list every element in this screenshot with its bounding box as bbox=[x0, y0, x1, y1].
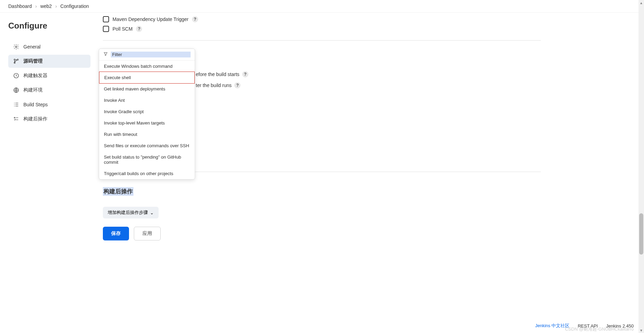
sidebar-item-label: 源码管理 bbox=[23, 58, 43, 64]
sidebar-item-label: 构建触发器 bbox=[23, 73, 47, 79]
gear-icon bbox=[13, 44, 19, 50]
dropdown-item[interactable]: Invoke top-level Maven targets bbox=[99, 117, 195, 129]
chevron-right-icon: › bbox=[55, 3, 57, 9]
section-post-build: 构建后操作 bbox=[103, 187, 133, 196]
trigger-maven-row: Maven Dependency Update Trigger ? bbox=[103, 16, 541, 22]
sidebar: Configure General 源码管理 构建触发器 构建环境 Build … bbox=[0, 13, 95, 254]
sidebar-item-label: 构建后操作 bbox=[23, 116, 47, 122]
divider bbox=[103, 40, 541, 41]
clock-icon bbox=[13, 73, 19, 79]
svg-point-1 bbox=[14, 59, 15, 61]
dropdown-item[interactable]: Invoke Gradle script bbox=[99, 106, 195, 117]
chevron-down-icon: ⌄ bbox=[150, 210, 154, 215]
help-icon[interactable]: ? bbox=[234, 82, 240, 88]
checklist-icon bbox=[13, 116, 19, 122]
scrollbar[interactable]: ▲ ▼ bbox=[638, 0, 644, 254]
env-option-partial: ter the build runs bbox=[196, 83, 232, 88]
help-icon[interactable]: ? bbox=[192, 16, 198, 22]
list-icon bbox=[13, 101, 19, 108]
add-post-build-button[interactable]: 增加构建后操作步骤 ⌄ bbox=[103, 207, 159, 218]
breadcrumb: Dashboard › web2 › Configuration bbox=[0, 0, 644, 13]
save-button[interactable]: 保存 bbox=[103, 227, 129, 240]
checkbox[interactable] bbox=[103, 16, 109, 22]
button-label: 增加构建后操作步骤 bbox=[108, 210, 148, 216]
sidebar-item-env[interactable]: 构建环境 bbox=[8, 84, 90, 97]
dropdown-item[interactable]: Trigger/call builds on other projects bbox=[99, 168, 195, 179]
action-bar: 保存 应用 bbox=[103, 227, 541, 240]
build-step-dropdown: Execute Windows batch command Execute sh… bbox=[99, 49, 195, 180]
dropdown-filter bbox=[99, 49, 195, 61]
sidebar-item-buildsteps[interactable]: Build Steps bbox=[8, 98, 90, 111]
sidebar-item-scm[interactable]: 源码管理 bbox=[8, 55, 90, 68]
dropdown-item[interactable]: Invoke Ant bbox=[99, 95, 195, 106]
svg-point-3 bbox=[17, 59, 19, 61]
checkbox-label: Maven Dependency Update Trigger bbox=[112, 17, 189, 22]
breadcrumb-item[interactable]: Configuration bbox=[60, 3, 89, 9]
branch-icon bbox=[13, 58, 19, 64]
breadcrumb-item[interactable]: Dashboard bbox=[8, 3, 32, 9]
checkbox[interactable] bbox=[103, 26, 109, 32]
checkbox-label: Poll SCM bbox=[112, 26, 132, 32]
dropdown-item[interactable]: Run with timeout bbox=[99, 129, 195, 140]
dropdown-item[interactable]: Execute Windows batch command bbox=[99, 61, 195, 72]
dropdown-item-execute-shell[interactable]: Execute shell bbox=[99, 72, 195, 84]
env-option-partial: efore the build starts bbox=[196, 72, 239, 77]
sidebar-item-label: 构建环境 bbox=[23, 87, 43, 93]
breadcrumb-item[interactable]: web2 bbox=[40, 3, 52, 9]
sidebar-item-triggers[interactable]: 构建触发器 bbox=[8, 69, 90, 82]
filter-input[interactable] bbox=[111, 52, 191, 57]
trigger-poll-row: Poll SCM ? bbox=[103, 26, 541, 32]
scroll-up-icon[interactable]: ▲ bbox=[638, 0, 644, 6]
svg-point-6 bbox=[14, 117, 15, 118]
sidebar-item-general[interactable]: General bbox=[8, 40, 90, 53]
svg-point-0 bbox=[15, 46, 17, 48]
scrollbar-thumb[interactable] bbox=[639, 213, 643, 254]
sidebar-item-label: Build Steps bbox=[23, 102, 48, 107]
apply-button[interactable]: 应用 bbox=[134, 227, 161, 240]
filter-icon bbox=[103, 52, 108, 57]
globe-icon bbox=[13, 87, 19, 93]
sidebar-item-label: General bbox=[23, 44, 41, 50]
main-content: Maven Dependency Update Trigger ? Poll S… bbox=[95, 13, 644, 254]
help-icon[interactable]: ? bbox=[136, 26, 142, 32]
dropdown-item[interactable]: Get linked maven deployments bbox=[99, 83, 195, 95]
sidebar-item-postbuild[interactable]: 构建后操作 bbox=[8, 112, 90, 126]
chevron-right-icon: › bbox=[35, 3, 37, 9]
help-icon[interactable]: ? bbox=[242, 71, 248, 77]
page-title: Configure bbox=[8, 21, 90, 31]
dropdown-item[interactable]: Send files or execute commands over SSH bbox=[99, 140, 195, 151]
dropdown-item[interactable]: Set build status to "pending" on GitHub … bbox=[99, 151, 195, 168]
